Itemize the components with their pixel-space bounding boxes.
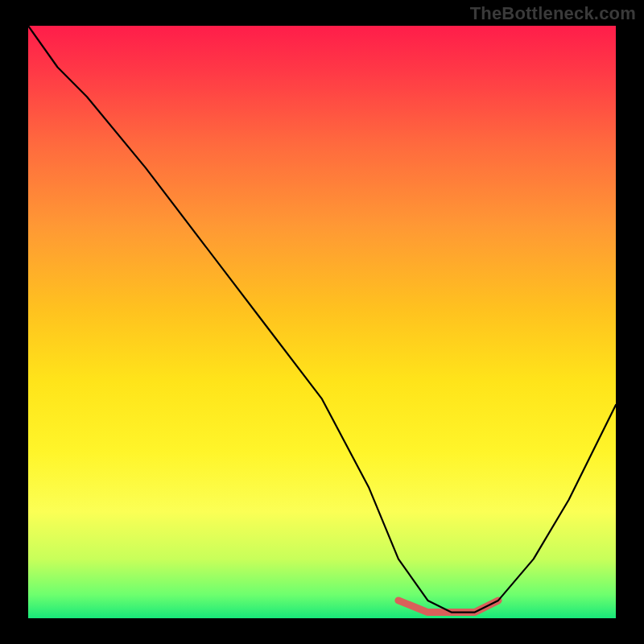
bottleneck-curve-line	[28, 26, 616, 613]
curve-svg	[28, 26, 616, 618]
chart-frame: TheBottleneck.com	[0, 0, 644, 644]
watermark-text: TheBottleneck.com	[470, 3, 636, 24]
plot-area	[28, 26, 616, 618]
